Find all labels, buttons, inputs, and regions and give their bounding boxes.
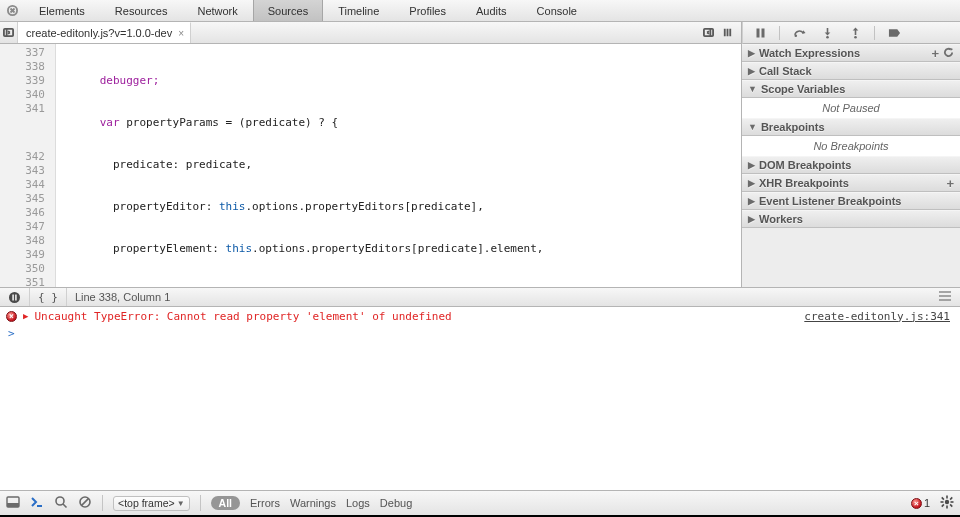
- close-file-tab-icon[interactable]: ×: [178, 28, 184, 39]
- filter-errors-button[interactable]: Errors: [250, 497, 280, 509]
- svg-rect-22: [946, 506, 948, 509]
- expand-error-icon[interactable]: ▶: [23, 311, 28, 321]
- disclosure-right-icon: ▶: [748, 66, 755, 76]
- svg-marker-7: [824, 32, 830, 35]
- console-error-row[interactable]: × ▶ Uncaught TypeError: Cannot read prop…: [0, 307, 960, 325]
- show-console-button[interactable]: [30, 495, 44, 511]
- svg-marker-12: [950, 47, 953, 50]
- tab-timeline[interactable]: Timeline: [323, 0, 394, 21]
- dock-side-button[interactable]: [6, 495, 20, 511]
- filter-logs-button[interactable]: Logs: [346, 497, 370, 509]
- tab-console[interactable]: Console: [522, 0, 592, 21]
- disclosure-right-icon: ▶: [748, 48, 755, 58]
- settings-button[interactable]: [940, 495, 954, 511]
- svg-point-13: [9, 292, 20, 303]
- console-panel: × ▶ Uncaught TypeError: Cannot read prop…: [0, 307, 960, 490]
- refresh-watch-button[interactable]: [943, 47, 954, 60]
- tab-elements[interactable]: Elements: [24, 0, 100, 21]
- svg-rect-15: [15, 294, 17, 300]
- step-into-button[interactable]: [818, 27, 836, 39]
- svg-marker-11: [888, 29, 899, 36]
- disclosure-right-icon: ▶: [748, 160, 755, 170]
- svg-rect-26: [950, 497, 953, 500]
- filter-debug-button[interactable]: Debug: [380, 497, 412, 509]
- disclosure-right-icon: ▶: [748, 178, 755, 188]
- file-tab-label: create-editonly.js?v=1.0.0-dev: [26, 27, 172, 39]
- console-error-source-link[interactable]: create-editonly.js:341: [804, 310, 954, 323]
- section-watch[interactable]: ▶ Watch Expressions +: [742, 44, 960, 62]
- clear-console-button[interactable]: [78, 495, 92, 511]
- svg-rect-3: [756, 28, 759, 37]
- editor-status-bar: { } Line 338, Column 1: [0, 287, 960, 307]
- console-prompt[interactable]: >: [0, 325, 960, 342]
- svg-point-8: [826, 36, 829, 39]
- bottom-toolbar: <top frame> ▼ All Errors Warnings Logs D…: [0, 490, 960, 515]
- disclosure-right-icon: ▶: [748, 214, 755, 224]
- svg-point-6: [794, 34, 797, 37]
- tab-profiles[interactable]: Profiles: [394, 0, 461, 21]
- svg-rect-27: [941, 504, 944, 507]
- pretty-print-button[interactable]: { }: [30, 288, 67, 306]
- file-tab-bar: create-editonly.js?v=1.0.0-dev ×: [0, 22, 741, 44]
- search-button[interactable]: [54, 495, 68, 511]
- step-over-button[interactable]: [790, 27, 808, 39]
- filter-all-button[interactable]: All: [211, 496, 240, 510]
- svg-rect-23: [941, 501, 944, 503]
- show-navigator-button[interactable]: [0, 22, 18, 43]
- chevron-down-icon: ▼: [177, 499, 185, 508]
- tab-audits[interactable]: Audits: [461, 0, 522, 21]
- pause-button[interactable]: [751, 27, 769, 39]
- breakpoints-body: No Breakpoints: [742, 136, 960, 156]
- tab-sources[interactable]: Sources: [253, 0, 323, 21]
- code-editor[interactable]: 337 338 339 340 341 342 343 344 345 346 …: [0, 44, 741, 287]
- console-error-text: Uncaught TypeError: Cannot read property…: [34, 310, 798, 323]
- close-inspector-button[interactable]: [0, 0, 24, 21]
- section-dom-breakpoints[interactable]: ▶ DOM Breakpoints: [742, 156, 960, 174]
- disclosure-down-icon: ▼: [748, 122, 757, 132]
- scope-body: Not Paused: [742, 98, 960, 118]
- add-xhr-breakpoint-button[interactable]: +: [946, 176, 954, 191]
- svg-marker-9: [852, 27, 858, 30]
- error-count-badge[interactable]: × 1: [911, 497, 930, 509]
- sources-pane: create-editonly.js?v=1.0.0-dev × 337 338…: [0, 22, 742, 287]
- section-event-listeners[interactable]: ▶ Event Listener Breakpoints: [742, 192, 960, 210]
- svg-rect-24: [951, 501, 954, 503]
- section-xhr-breakpoints[interactable]: ▶ XHR Breakpoints +: [742, 174, 960, 192]
- svg-rect-28: [950, 504, 953, 507]
- inspector-tab-bar: Elements Resources Network Sources Timel…: [0, 0, 960, 22]
- debugger-toolbar: [742, 22, 960, 44]
- disclosure-down-icon: ▼: [748, 84, 757, 94]
- step-out-button[interactable]: [846, 27, 864, 39]
- svg-rect-17: [7, 503, 19, 507]
- cursor-position: Line 338, Column 1: [67, 288, 930, 306]
- history-back-icon[interactable]: [703, 27, 714, 38]
- svg-rect-21: [946, 496, 948, 499]
- tab-resources[interactable]: Resources: [100, 0, 183, 21]
- file-tab[interactable]: create-editonly.js?v=1.0.0-dev ×: [18, 22, 191, 43]
- debugger-sidebar: ▶ Watch Expressions + ▶ Call Stack ▼ Sco…: [742, 22, 960, 287]
- error-icon: ×: [911, 498, 922, 509]
- pause-on-exceptions-button[interactable]: [0, 288, 30, 306]
- section-breakpoints[interactable]: ▼ Breakpoints: [742, 118, 960, 136]
- svg-rect-25: [941, 497, 944, 500]
- svg-point-20: [945, 500, 949, 504]
- error-icon: ×: [6, 311, 17, 322]
- section-scope-variables[interactable]: ▼ Scope Variables: [742, 80, 960, 98]
- history-list-icon[interactable]: [722, 27, 733, 38]
- disclosure-right-icon: ▶: [748, 196, 755, 206]
- svg-marker-5: [802, 30, 805, 34]
- svg-point-18: [56, 497, 64, 505]
- execution-context-selector[interactable]: <top frame> ▼: [113, 496, 190, 511]
- filter-warnings-button[interactable]: Warnings: [290, 497, 336, 509]
- line-gutter: 337 338 339 340 341 342 343 344 345 346 …: [0, 44, 56, 287]
- tab-network[interactable]: Network: [182, 0, 252, 21]
- section-call-stack[interactable]: ▶ Call Stack: [742, 62, 960, 80]
- editor-menu-icon[interactable]: [930, 291, 960, 303]
- section-workers[interactable]: ▶ Workers: [742, 210, 960, 228]
- svg-rect-4: [761, 28, 764, 37]
- sidebar-show-icon: [3, 27, 14, 38]
- deactivate-breakpoints-button[interactable]: [885, 27, 903, 39]
- svg-point-10: [854, 36, 857, 39]
- code-body: debugger; var propertyParams = (predicat…: [56, 44, 741, 287]
- add-watch-button[interactable]: +: [931, 46, 939, 61]
